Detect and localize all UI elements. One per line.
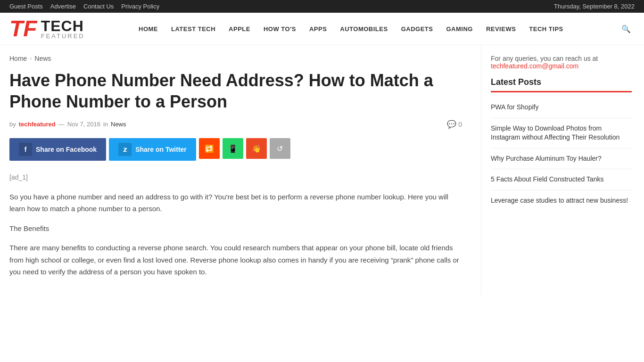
privacy-policy-link[interactable]: Privacy Policy xyxy=(121,3,159,10)
contact-text: For any queries, you can reach us at xyxy=(491,55,598,62)
article-title: Have Phone Number Need Address? How to M… xyxy=(9,70,462,112)
breadcrumb-home[interactable]: Home xyxy=(9,55,27,62)
search-icon[interactable]: 🔍 xyxy=(618,21,635,37)
comment-icon: 💬 xyxy=(447,120,456,129)
list-item: Leverage case studies to attract new bus… xyxy=(491,190,632,211)
advertise-link[interactable]: Advertise xyxy=(50,3,76,10)
latest-posts-list: PWA for Shopify Simple Way to Download P… xyxy=(491,97,632,211)
latest-post-link-3[interactable]: Why Purchase Aluminum Toy Hauler? xyxy=(491,155,602,162)
top-bar-links: Guest Posts Advertise Contact Us Privacy… xyxy=(9,3,159,10)
reddit-icon: 🔁 xyxy=(205,144,214,153)
share-icon: ↺ xyxy=(277,144,283,153)
article-paragraph-1: So you have a phone number and need an a… xyxy=(9,191,462,215)
nav-apps[interactable]: APPS xyxy=(303,22,333,36)
share-facebook-label: Share on Facebook xyxy=(36,146,97,153)
nav-gaming[interactable]: GAMING xyxy=(439,22,479,36)
nav-latest-tech[interactable]: LATEST TECH xyxy=(165,22,222,36)
sidebar-contact: For any queries, you can reach us at tec… xyxy=(491,55,632,70)
article-date: Nov 7, 2016 xyxy=(67,121,100,128)
breadcrumb-section: News xyxy=(34,55,51,62)
main-nav: HOME LATEST TECH APPLE HOW TO'S APPS AUT… xyxy=(132,21,635,37)
share-facebook-button[interactable]: f Share on Facebook xyxy=(9,138,106,161)
sidebar: For any queries, you can reach us at tec… xyxy=(481,45,632,295)
nav-home[interactable]: HOME xyxy=(132,22,165,36)
share-whatsapp-button[interactable]: 📱 xyxy=(223,138,243,159)
share-buttons: f Share on Facebook 𝕫 Share on Twitter 🔁… xyxy=(9,138,462,161)
nav-automobiles[interactable]: AUTOMOBILES xyxy=(333,22,394,36)
page-container: Home › News Have Phone Number Need Addre… xyxy=(0,45,644,295)
article-in: in xyxy=(103,121,108,128)
facebook-icon: f xyxy=(19,143,32,156)
latest-posts-heading: Latest Posts xyxy=(491,77,632,92)
nav-reviews[interactable]: REVIEWS xyxy=(479,22,522,36)
comments-number: 0 xyxy=(458,121,462,128)
list-item: Simple Way to Download Photos from Insta… xyxy=(491,118,632,148)
nav-apple[interactable]: APPLE xyxy=(222,22,257,36)
main-content: Home › News Have Phone Number Need Addre… xyxy=(9,45,481,295)
top-bar: Guest Posts Advertise Contact Us Privacy… xyxy=(0,0,644,13)
contact-us-link[interactable]: Contact Us xyxy=(83,3,114,10)
breadcrumb-separator: › xyxy=(30,55,32,62)
article-paragraph-2: There are many benefits to conducting a … xyxy=(9,242,462,278)
nav-gadgets[interactable]: GADGETS xyxy=(395,22,440,36)
logo-tech-text: TECH xyxy=(41,18,85,33)
logo-text: TECH FEATURED xyxy=(41,18,85,40)
nav-how-tos[interactable]: HOW TO'S xyxy=(257,22,303,36)
article-section-link[interactable]: News xyxy=(111,121,126,128)
logo-featured-text: FEATURED xyxy=(41,33,85,40)
article-dash: — xyxy=(58,121,65,128)
article-meta: by techfeatured — Nov 7, 2016 in News 💬 … xyxy=(9,120,462,129)
article-benefits-heading: The Benefits xyxy=(9,222,462,235)
latest-post-link-2[interactable]: Simple Way to Download Photos from Insta… xyxy=(491,124,619,141)
site-logo[interactable]: TF TECH FEATURED xyxy=(9,17,113,40)
comments-count[interactable]: 💬 0 xyxy=(447,120,462,129)
share-twitter-label: Share on Twitter xyxy=(135,146,187,153)
article-by: by xyxy=(9,121,16,128)
list-item: PWA for Shopify xyxy=(491,97,632,118)
list-item: 5 Facts About Field Constructed Tanks xyxy=(491,169,632,190)
site-header: TF TECH FEATURED HOME LATEST TECH APPLE … xyxy=(0,13,644,45)
ad-placeholder: [ad_1] xyxy=(9,172,462,183)
share-reddit-button[interactable]: 🔁 xyxy=(199,138,220,159)
share-stumble-button[interactable]: 👋 xyxy=(246,138,267,159)
article-meta-left: by techfeatured — Nov 7, 2016 in News xyxy=(9,121,126,128)
latest-post-link-4[interactable]: 5 Facts About Field Constructed Tanks xyxy=(491,175,603,183)
article-body: [ad_1] So you have a phone number and ne… xyxy=(9,172,462,278)
current-date: Thursday, September 8, 2022 xyxy=(554,3,635,10)
share-twitter-button[interactable]: 𝕫 Share on Twitter xyxy=(109,138,196,161)
list-item: Why Purchase Aluminum Toy Hauler? xyxy=(491,148,632,170)
whatsapp-icon: 📱 xyxy=(228,144,238,153)
share-more-button[interactable]: ↺ xyxy=(270,138,290,159)
contact-email[interactable]: techfeatured.com@gmail.com xyxy=(491,62,578,70)
latest-post-link-1[interactable]: PWA for Shopify xyxy=(491,103,538,111)
latest-post-link-5[interactable]: Leverage case studies to attract new bus… xyxy=(491,197,628,204)
stumbleupon-icon: 👋 xyxy=(252,144,261,153)
guest-posts-link[interactable]: Guest Posts xyxy=(9,3,43,10)
breadcrumb: Home › News xyxy=(9,55,462,62)
nav-tech-tips[interactable]: TECH TIPS xyxy=(522,22,570,36)
logo-icon: TF xyxy=(9,17,37,40)
twitter-icon: 𝕫 xyxy=(118,143,132,156)
author-link[interactable]: techfeatured xyxy=(19,121,56,128)
